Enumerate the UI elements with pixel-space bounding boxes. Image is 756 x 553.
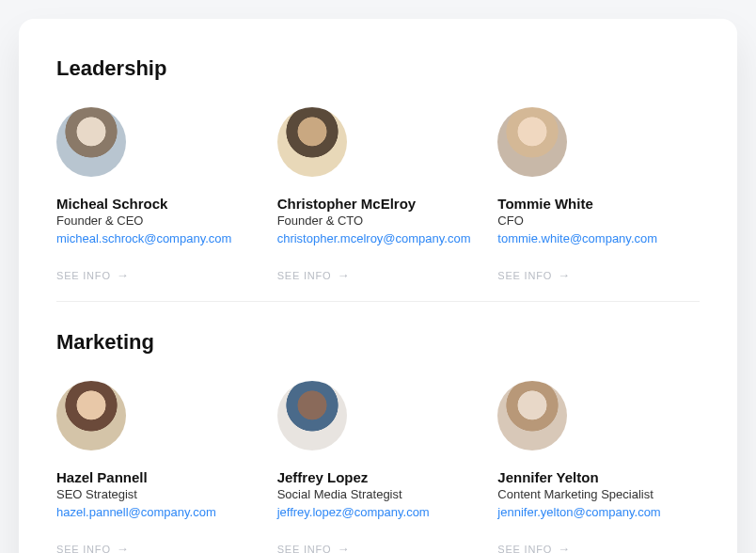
avatar — [497, 381, 567, 450]
see-info-label: SEE INFO — [497, 544, 552, 554]
see-info-link[interactable]: SEE INFO → — [497, 542, 571, 553]
member-name: Christopher McElroy — [277, 196, 417, 212]
see-info-label: SEE INFO — [56, 544, 111, 554]
member-name: Hazel Pannell — [56, 469, 148, 485]
member-role: SEO Strategist — [56, 487, 137, 501]
avatar — [497, 107, 567, 177]
see-info-link[interactable]: SEE INFO → — [277, 268, 351, 282]
avatar — [277, 381, 347, 450]
arrow-right-icon: → — [558, 268, 571, 282]
member-name: Jennifer Yelton — [497, 469, 598, 485]
member-card: Micheal Schrock Founder & CEO micheal.sc… — [56, 107, 259, 282]
section-title: Leadership — [56, 56, 700, 81]
section-marketing: Marketing Hazel Pannell SEO Strategist h… — [56, 301, 700, 553]
see-info-label: SEE INFO — [277, 270, 332, 281]
member-role: Social Media Strategist — [277, 487, 402, 501]
team-card: Leadership Micheal Schrock Founder & CEO… — [19, 19, 737, 553]
member-grid: Micheal Schrock Founder & CEO micheal.sc… — [56, 107, 700, 282]
see-info-link[interactable]: SEE INFO → — [56, 542, 130, 553]
member-role: CFO — [497, 213, 523, 228]
member-name: Jeffrey Lopez — [277, 469, 369, 485]
see-info-link[interactable]: SEE INFO → — [497, 268, 571, 282]
member-name: Micheal Schrock — [56, 196, 167, 212]
see-info-label: SEE INFO — [497, 270, 552, 281]
member-card: Tommie White CFO tommie.white@company.co… — [497, 107, 700, 282]
section-title: Marketing — [56, 330, 700, 355]
member-role: Founder & CTO — [277, 213, 364, 228]
section-leadership: Leadership Micheal Schrock Founder & CEO… — [56, 56, 700, 301]
see-info-label: SEE INFO — [277, 544, 332, 554]
member-name: Tommie White — [497, 196, 592, 212]
member-email-link[interactable]: jeffrey.lopez@company.com — [277, 505, 430, 519]
member-grid: Hazel Pannell SEO Strategist hazel.panne… — [56, 381, 700, 553]
arrow-right-icon: → — [337, 268, 350, 282]
member-email-link[interactable]: micheal.schrock@company.com — [56, 231, 231, 245]
member-email-link[interactable]: hazel.pannell@company.com — [56, 505, 216, 519]
member-email-link[interactable]: tommie.white@company.com — [497, 231, 657, 245]
member-email-link[interactable]: jennifer.yelton@company.com — [497, 505, 660, 519]
see-info-link[interactable]: SEE INFO → — [277, 542, 351, 553]
arrow-right-icon: → — [337, 542, 350, 553]
member-card: Jeffrey Lopez Social Media Strategist je… — [277, 381, 480, 553]
member-card: Jennifer Yelton Content Marketing Specia… — [497, 381, 700, 553]
arrow-right-icon: → — [117, 268, 130, 282]
arrow-right-icon: → — [558, 542, 571, 553]
member-role: Founder & CEO — [56, 213, 144, 228]
arrow-right-icon: → — [117, 542, 130, 553]
see-info-label: SEE INFO — [56, 270, 111, 281]
member-email-link[interactable]: christopher.mcelroy@company.com — [277, 231, 471, 245]
avatar — [56, 107, 126, 177]
avatar — [56, 381, 126, 450]
member-card: Hazel Pannell SEO Strategist hazel.panne… — [56, 381, 259, 553]
member-card: Christopher McElroy Founder & CTO christ… — [277, 107, 480, 282]
see-info-link[interactable]: SEE INFO → — [56, 268, 130, 282]
avatar — [277, 107, 347, 177]
member-role: Content Marketing Specialist — [497, 487, 653, 501]
